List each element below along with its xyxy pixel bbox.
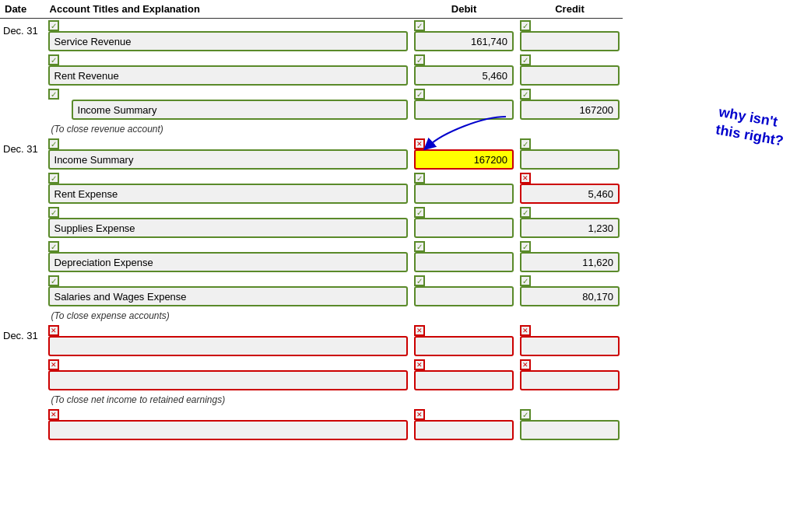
credit-cell: 167200 bbox=[517, 87, 623, 121]
debit-input[interactable] bbox=[414, 184, 514, 204]
debit-cell: 5,460 bbox=[411, 53, 517, 87]
account-cell: Service Revenue bbox=[45, 19, 412, 54]
account-cell: Rent Revenue bbox=[45, 53, 412, 87]
handwriting-annotation: why isn't this right? bbox=[714, 103, 788, 151]
date-cell bbox=[0, 408, 45, 442]
account-cell: Salaries and Wages Expense bbox=[45, 274, 412, 308]
debit-cell bbox=[411, 171, 517, 205]
credit-input[interactable]: 167200 bbox=[520, 100, 620, 120]
note-text: (To close expense accounts) bbox=[45, 308, 623, 324]
date-cell: Dec. 31 bbox=[0, 137, 45, 171]
credit-cell bbox=[517, 19, 623, 54]
date-cell bbox=[0, 205, 45, 240]
debit-input[interactable]: 5,460 bbox=[414, 65, 514, 86]
account-input[interactable]: Rent Expense bbox=[48, 184, 409, 204]
debit-cell bbox=[411, 358, 517, 392]
note-date bbox=[0, 308, 45, 324]
account-input[interactable]: Supplies Expense bbox=[48, 218, 409, 238]
credit-cell: 11,620 bbox=[517, 240, 623, 274]
credit-input[interactable] bbox=[520, 370, 620, 390]
debit-cell bbox=[411, 324, 517, 358]
date-cell bbox=[0, 87, 45, 121]
debit-input[interactable] bbox=[414, 100, 514, 120]
account-input[interactable]: Salaries and Wages Expense bbox=[48, 286, 409, 306]
credit-cell bbox=[517, 137, 623, 171]
debit-cell bbox=[411, 274, 517, 308]
credit-cell: 5,460 bbox=[517, 171, 623, 205]
header-debit: Debit bbox=[411, 0, 517, 19]
debit-input[interactable]: 161,740 bbox=[414, 31, 514, 51]
debit-cell bbox=[411, 87, 517, 121]
note-date bbox=[0, 392, 45, 408]
account-input[interactable] bbox=[48, 336, 409, 356]
header-credit: Credit bbox=[517, 0, 623, 19]
debit-cell bbox=[411, 205, 517, 240]
credit-cell: 1,230 bbox=[517, 205, 623, 240]
header-date: Date bbox=[0, 0, 45, 19]
date-cell bbox=[0, 53, 45, 87]
credit-input[interactable]: 80,170 bbox=[520, 286, 620, 306]
debit-input[interactable] bbox=[414, 286, 514, 306]
date-cell bbox=[0, 171, 45, 205]
credit-input[interactable] bbox=[520, 31, 620, 51]
account-input[interactable]: Rent Revenue bbox=[48, 65, 409, 86]
debit-input[interactable]: 167200 bbox=[414, 149, 514, 170]
account-cell: Income Summary bbox=[45, 87, 412, 121]
account-input[interactable]: Income Summary bbox=[72, 100, 409, 120]
journal-table: Date Account Titles and Explanation Debi… bbox=[0, 0, 623, 442]
date-cell bbox=[0, 274, 45, 308]
note-date bbox=[0, 121, 45, 137]
date-cell: Dec. 31 bbox=[0, 324, 45, 358]
debit-cell: 161,740 bbox=[411, 19, 517, 54]
debit-input[interactable] bbox=[414, 370, 514, 390]
credit-input[interactable] bbox=[520, 65, 620, 86]
date-cell bbox=[0, 358, 45, 392]
credit-cell bbox=[517, 324, 623, 358]
debit-cell: 167200 bbox=[411, 137, 517, 171]
account-cell: Rent Expense bbox=[45, 171, 412, 205]
credit-input[interactable] bbox=[520, 336, 620, 356]
credit-input[interactable] bbox=[520, 420, 620, 440]
credit-cell: 80,170 bbox=[517, 274, 623, 308]
note-text: (To close revenue account) bbox=[45, 121, 623, 137]
credit-cell bbox=[517, 53, 623, 87]
debit-input[interactable] bbox=[414, 218, 514, 238]
account-cell: Depreciation Expense bbox=[45, 240, 412, 274]
date-cell: Dec. 31 bbox=[0, 19, 45, 54]
credit-input[interactable] bbox=[520, 149, 620, 170]
debit-input[interactable] bbox=[414, 252, 514, 272]
account-input[interactable] bbox=[48, 370, 409, 390]
debit-input[interactable] bbox=[414, 420, 514, 440]
credit-cell bbox=[517, 408, 623, 442]
account-cell bbox=[45, 408, 412, 442]
note-text: (To close net income to retained earning… bbox=[45, 392, 623, 408]
credit-input[interactable]: 1,230 bbox=[520, 218, 620, 238]
account-input[interactable] bbox=[48, 420, 409, 440]
account-cell: Income Summary bbox=[45, 137, 412, 171]
account-input[interactable]: Income Summary bbox=[48, 149, 409, 170]
debit-cell bbox=[411, 240, 517, 274]
debit-input[interactable] bbox=[414, 336, 514, 356]
account-input[interactable]: Service Revenue bbox=[48, 31, 409, 51]
debit-cell bbox=[411, 408, 517, 442]
date-cell bbox=[0, 240, 45, 274]
credit-cell bbox=[517, 358, 623, 392]
credit-input[interactable]: 5,460 bbox=[520, 184, 620, 204]
account-cell: Supplies Expense bbox=[45, 205, 412, 240]
account-input[interactable]: Depreciation Expense bbox=[48, 252, 409, 272]
credit-input[interactable]: 11,620 bbox=[520, 252, 620, 272]
account-cell bbox=[45, 358, 412, 392]
account-cell bbox=[45, 324, 412, 358]
header-account: Account Titles and Explanation bbox=[45, 0, 412, 19]
